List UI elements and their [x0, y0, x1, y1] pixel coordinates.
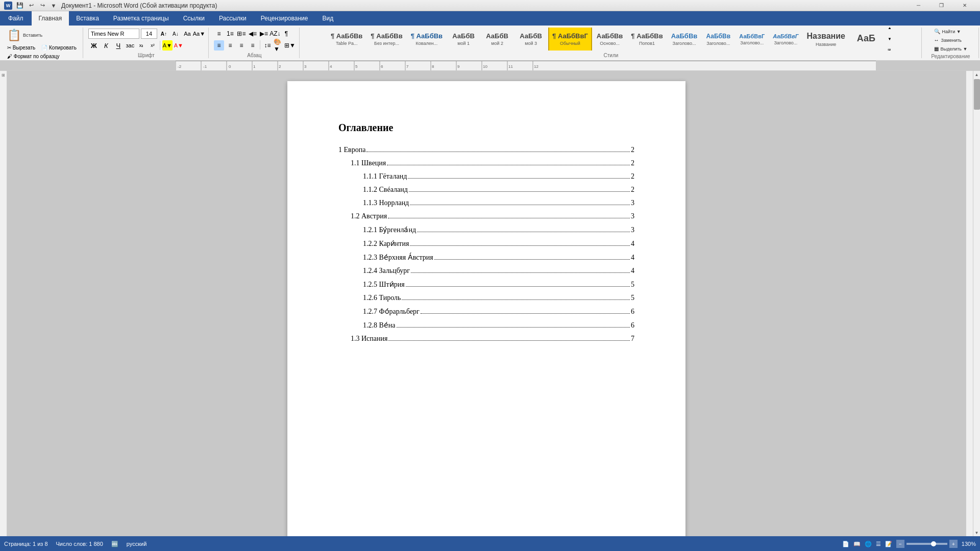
- underline-btn[interactable]: Ч: [113, 40, 124, 51]
- close-btn[interactable]: ✕: [953, 0, 976, 11]
- toc-entry[interactable]: 1.2.2 Кари́нтия4: [363, 239, 634, 248]
- tab-view[interactable]: Вид: [315, 11, 340, 26]
- superscript-btn[interactable]: x²: [148, 40, 158, 51]
- toc-entry[interactable]: 1 Европа2: [338, 146, 634, 154]
- view-outline-btn[interactable]: ☰: [876, 541, 881, 547]
- redo-quick-btn[interactable]: ↪: [38, 2, 47, 10]
- copy-btn[interactable]: 📄 Копировать: [39, 44, 79, 52]
- paste-btn[interactable]: 📋 Вставить: [5, 28, 44, 43]
- tab-references[interactable]: Ссылки: [176, 11, 212, 26]
- font-size-down-btn[interactable]: A↓: [170, 29, 181, 39]
- replace-btn[interactable]: ↔Заменить: [932, 36, 964, 44]
- scroll-thumb[interactable]: [974, 79, 980, 110]
- decrease-indent-btn[interactable]: ◀≡: [248, 29, 258, 39]
- align-right-btn[interactable]: ≡: [236, 40, 247, 51]
- tab-insert[interactable]: Вставка: [69, 11, 106, 26]
- restore-btn[interactable]: ❐: [930, 0, 953, 11]
- font-name-input[interactable]: [88, 29, 139, 39]
- sort-btn[interactable]: AZ↓: [270, 29, 280, 39]
- undo-quick-btn[interactable]: ↩: [27, 2, 36, 10]
- justify-btn[interactable]: ≡: [248, 40, 258, 51]
- toc-entry[interactable]: 1.2.6 Тироль5: [363, 294, 634, 302]
- scroll-down-btn[interactable]: ▼: [973, 529, 981, 536]
- tab-home[interactable]: Главная: [32, 11, 69, 26]
- zoom-slider[interactable]: [906, 543, 947, 545]
- zoom-in-btn[interactable]: +: [949, 540, 958, 548]
- style-heading1[interactable]: АаБбВв Заголово...: [668, 28, 701, 51]
- font-color-btn[interactable]: А▼: [174, 40, 184, 51]
- toc-entry[interactable]: 1.2.5 Шти́рия5: [363, 280, 634, 289]
- highlight-btn[interactable]: А▼: [162, 40, 173, 51]
- style-kovalenko[interactable]: ¶ АаБбВв Ковален...: [407, 28, 446, 51]
- change-case-btn[interactable]: Aa▼: [194, 29, 204, 39]
- style-basic[interactable]: АаБбВв Осново...: [593, 28, 627, 51]
- toc-entry[interactable]: 1.1.2 Свéаланд2: [363, 186, 634, 194]
- minimize-btn[interactable]: ─: [907, 0, 930, 11]
- style-my1[interactable]: АаБбВ мой 1: [447, 28, 480, 51]
- clear-format-btn[interactable]: Aa: [182, 29, 192, 39]
- subscript-btn[interactable]: x₂: [136, 40, 146, 51]
- tab-file[interactable]: Файл: [0, 11, 32, 26]
- style-table-para[interactable]: ¶ АаБбВв Table Pa...: [327, 28, 366, 51]
- tab-review[interactable]: Рецензирование: [254, 11, 315, 26]
- style-no-spacing[interactable]: ¶ АаБбВв Без интер...: [367, 28, 406, 51]
- qa-dropdown-btn[interactable]: ▼: [49, 2, 58, 10]
- toc-entry[interactable]: 1.1 Швеция2: [351, 159, 634, 167]
- format-painter-btn[interactable]: 🖌 Формат по образцу: [5, 53, 61, 60]
- align-center-btn[interactable]: ≡: [225, 40, 235, 51]
- spell-check-icon[interactable]: 🔤: [111, 541, 118, 547]
- styles-scroll-up[interactable]: ▲: [885, 28, 895, 33]
- bullets-btn[interactable]: ≡: [214, 29, 224, 39]
- style-my3[interactable]: АаБбВ мой 3: [514, 28, 547, 51]
- zoom-out-btn[interactable]: −: [896, 540, 904, 548]
- toc-entry[interactable]: 1.2.1 Бу́ргенла́нд3: [363, 226, 634, 234]
- toc-entry[interactable]: 1.2 Австрия3: [351, 212, 634, 220]
- show-marks-btn[interactable]: ¶: [281, 29, 291, 39]
- toc-entry[interactable]: 1.1.3 Норрланд3: [363, 199, 634, 207]
- multilevel-btn[interactable]: ⊞≡: [236, 29, 247, 39]
- toc-entry[interactable]: 1.2.7 Фо́рарльберг6: [363, 307, 634, 316]
- style-heading3[interactable]: АаБбВвГ Заголово...: [736, 28, 768, 51]
- tab-layout[interactable]: Разметка страницы: [106, 11, 176, 26]
- style-popov1[interactable]: ¶ АаБбВв Попов1: [627, 28, 666, 51]
- style-heading2[interactable]: АаБбВв Заголово...: [702, 28, 734, 51]
- view-print-btn[interactable]: 📄: [842, 541, 849, 547]
- cut-btn[interactable]: ✂ Вырезать: [5, 44, 37, 52]
- font-size-up-btn[interactable]: A↑: [159, 29, 169, 39]
- style-my2[interactable]: АаБбВ мой 2: [481, 28, 513, 51]
- font-size-input[interactable]: [141, 29, 157, 39]
- zoom-thumb[interactable]: [931, 541, 936, 546]
- line-spacing-btn[interactable]: ↕≡: [262, 40, 273, 51]
- tab-mailings[interactable]: Рассылки: [212, 11, 254, 26]
- find-btn[interactable]: 🔍Найти ▼: [932, 28, 963, 35]
- select-btn[interactable]: ▦Выделить ▼: [932, 45, 970, 53]
- word-count: Число слов: 1 880: [56, 541, 103, 547]
- styles-scroll-down[interactable]: ▼: [885, 34, 895, 44]
- style-aab[interactable]: АаБ: [850, 28, 883, 51]
- style-title[interactable]: Название Название: [803, 28, 849, 51]
- toc-entry[interactable]: 1.2.3 Ве́рхняя А́встрия4: [363, 253, 634, 262]
- numbering-btn[interactable]: 1≡: [225, 29, 235, 39]
- toc-entry[interactable]: 1.1.1 Гёталанд2: [363, 172, 634, 181]
- align-left-btn[interactable]: ≡: [214, 40, 224, 51]
- shading-btn[interactable]: 🎨▼: [274, 40, 284, 51]
- style-heading4[interactable]: АаБбВвГ Заголово...: [769, 28, 802, 51]
- save-quick-btn[interactable]: 💾: [15, 2, 24, 10]
- style-normal[interactable]: ¶ АаБбВвГ Обычный: [548, 28, 592, 51]
- italic-btn[interactable]: К: [101, 40, 112, 51]
- view-web-btn[interactable]: 🌐: [865, 541, 872, 547]
- language-status[interactable]: русский: [127, 541, 146, 547]
- bold-btn[interactable]: Ж: [88, 40, 100, 51]
- scroll-up-btn[interactable]: ▲: [973, 71, 981, 78]
- zoom-level[interactable]: 130%: [962, 541, 976, 547]
- toc-entry[interactable]: 1.3 Испания7: [351, 335, 634, 343]
- styles-more-btn[interactable]: ⊞: [885, 45, 895, 51]
- page-container[interactable]: Оглавление 1 Европа21.1 Швеция21.1.1 Гёт…: [7, 71, 966, 536]
- toc-entry[interactable]: 1.2.4 Зальцбург4: [363, 267, 634, 275]
- toc-entry[interactable]: 1.2.8 Ве́на6: [363, 321, 634, 330]
- increase-indent-btn[interactable]: ▶≡: [259, 29, 269, 39]
- strikethrough-btn[interactable]: зас: [125, 40, 135, 51]
- view-draft-btn[interactable]: 📝: [885, 541, 892, 547]
- borders-btn[interactable]: ⊞▼: [285, 40, 295, 51]
- view-reading-btn[interactable]: 📖: [853, 541, 861, 547]
